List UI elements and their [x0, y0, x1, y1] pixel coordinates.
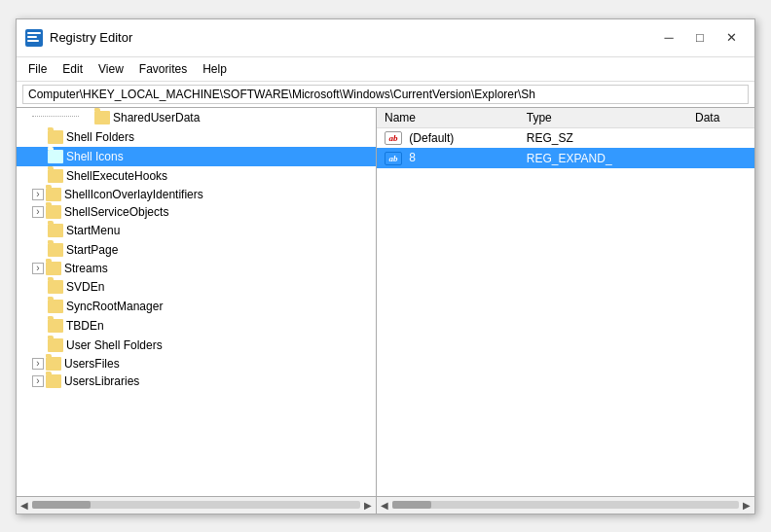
- tree-label-shelliconoverlayidentifiers: ShellIconOverlayIdentifiers: [64, 188, 203, 201]
- folder-icon-usershellfolders: [48, 338, 63, 352]
- folder-icon-shellserviceobjects: [46, 205, 61, 219]
- tree-label-shellicons: Shell Icons: [66, 150, 124, 163]
- bottom-scroll-area: ◀ ▶ ◀ ▶: [17, 496, 754, 514]
- detail-pane: Name Type Data ab (Default) REG_SZ: [377, 108, 754, 496]
- expand-none-usershellfolders: [32, 337, 48, 353]
- tree-item-shareduserdata[interactable]: SharedUserData: [17, 108, 376, 127]
- scroll-left-pane: ◀ ▶: [17, 497, 377, 514]
- expand-btn-usersfiles[interactable]: ›: [32, 358, 44, 370]
- row-name-default: ab (Default): [377, 127, 519, 148]
- table-row[interactable]: ab 8 REG_EXPAND_: [377, 148, 754, 168]
- folder-icon-shellfolders: [48, 130, 63, 144]
- tree-label-startpage: StartPage: [66, 243, 118, 257]
- tree-label-shareduserdata: SharedUserData: [113, 111, 200, 124]
- tree-label-startmenu: StartMenu: [66, 224, 120, 237]
- tree-item-svden[interactable]: SVDEn: [17, 277, 376, 297]
- svg-rect-3: [27, 40, 39, 42]
- scroll-left-arrow[interactable]: ◀: [20, 500, 28, 511]
- tree-item-streams[interactable]: › Streams: [17, 260, 376, 277]
- menu-help[interactable]: Help: [195, 59, 235, 79]
- col-type: Type: [519, 108, 687, 128]
- expand-none-shellexecutehooks: [32, 168, 48, 184]
- expand-none-startmenu: [32, 223, 48, 238]
- folder-icon-syncrootmanager: [48, 300, 63, 313]
- detail-table: Name Type Data ab (Default) REG_SZ: [377, 108, 754, 169]
- tree-label-syncrootmanager: SyncRootManager: [66, 300, 163, 313]
- row-type-default: REG_SZ: [519, 127, 687, 148]
- expand-none-shellicons: [32, 149, 48, 164]
- detail-scrollbar-track[interactable]: [392, 501, 739, 509]
- detail-scroll-right-arrow[interactable]: ▶: [743, 500, 751, 511]
- title-bar: Registry Editor ─ □ ✕: [17, 19, 754, 57]
- expand-none-shareduserdata: [79, 110, 94, 125]
- tree-label-usershellfolders: User Shell Folders: [66, 338, 163, 352]
- tree-item-shellserviceobjects[interactable]: › ShellServiceObjects: [17, 203, 376, 221]
- address-input[interactable]: [22, 85, 749, 104]
- tree-label-svden: SVDEn: [66, 280, 104, 294]
- tree-item-shellicons[interactable]: Shell Icons: [17, 147, 376, 166]
- expand-btn-shellserviceobjects[interactable]: ›: [32, 206, 44, 218]
- maximize-button[interactable]: □: [684, 25, 716, 51]
- tree-item-shellfolders[interactable]: Shell Folders: [17, 127, 376, 147]
- scroll-right-arrow[interactable]: ▶: [364, 500, 372, 511]
- window-title: Registry Editor: [50, 30, 653, 45]
- folder-icon-streams: [46, 262, 61, 275]
- registry-icon-svg: [25, 29, 43, 47]
- registry-editor-window: Registry Editor ─ □ ✕ File Edit View Fav…: [16, 18, 755, 514]
- row-data-8: [687, 148, 754, 168]
- table-row[interactable]: ab (Default) REG_SZ: [377, 127, 754, 148]
- tree-label-shellserviceobjects: ShellServiceObjects: [64, 205, 168, 219]
- tree-item-startmenu[interactable]: StartMenu: [17, 221, 376, 240]
- detail-scrollbar-thumb[interactable]: [392, 501, 431, 509]
- window-controls: ─ □ ✕: [653, 25, 747, 51]
- tree-scrollbar-track[interactable]: [32, 501, 360, 509]
- col-name: Name: [377, 108, 519, 128]
- svg-rect-1: [27, 32, 41, 34]
- row-type-8: REG_EXPAND_: [519, 148, 687, 168]
- minimize-button[interactable]: ─: [653, 25, 684, 51]
- reg-icon-ab-blue: ab: [385, 152, 402, 165]
- folder-icon-shelliconoverlayidentifiers: [46, 188, 61, 201]
- reg-icon-ab: ab: [385, 131, 402, 145]
- tree-item-userslibraries[interactable]: › UsersLibraries: [17, 372, 376, 390]
- app-icon: [24, 28, 44, 48]
- tree-item-syncrootmanager[interactable]: SyncRootManager: [17, 297, 376, 316]
- menu-file[interactable]: File: [20, 59, 55, 79]
- close-button[interactable]: ✕: [716, 25, 747, 51]
- folder-icon-tbden: [48, 319, 63, 333]
- tree-label-usersfiles: UsersFiles: [64, 357, 120, 371]
- address-bar: [17, 82, 754, 108]
- detail-scroll-left-arrow[interactable]: ◀: [381, 500, 388, 511]
- expand-btn-streams[interactable]: ›: [32, 263, 44, 274]
- expand-none-syncrootmanager: [32, 299, 48, 314]
- tree-pane[interactable]: SharedUserData Shell Folders Shell Icons…: [17, 108, 377, 496]
- row-name-8: ab 8: [377, 148, 519, 168]
- folder-icon-userslibraries: [46, 374, 61, 388]
- tree-label-tbden: TBDEn: [66, 319, 104, 333]
- expand-btn-shelliconoverlayidentifiers[interactable]: ›: [32, 189, 44, 200]
- tree-label-shellexecutehooks: ShellExecuteHooks: [66, 169, 167, 183]
- tree-item-tbden[interactable]: TBDEn: [17, 316, 376, 336]
- tree-item-usersfiles[interactable]: › UsersFiles: [17, 355, 376, 372]
- tree-label-streams: Streams: [64, 262, 108, 275]
- tree-item-startpage[interactable]: StartPage: [17, 240, 376, 260]
- folder-icon-svden: [48, 280, 63, 294]
- folder-icon-startpage: [48, 243, 63, 257]
- folder-icon-shellexecutehooks: [48, 169, 63, 183]
- tree-scrollbar-thumb[interactable]: [32, 501, 91, 509]
- tree-item-shelliconoverlayidentifiers[interactable]: › ShellIconOverlayIdentifiers: [17, 186, 376, 203]
- expand-btn-userslibraries[interactable]: ›: [32, 375, 44, 387]
- row-data-default: [687, 127, 754, 148]
- col-data: Data: [687, 108, 754, 128]
- folder-icon-startmenu: [48, 224, 63, 237]
- menu-view[interactable]: View: [91, 59, 131, 79]
- tree-label-userslibraries: UsersLibraries: [64, 374, 139, 388]
- folder-icon-usersfiles: [46, 357, 61, 371]
- menu-edit[interactable]: Edit: [55, 59, 91, 79]
- tree-item-shellexecutehooks[interactable]: ShellExecuteHooks: [17, 166, 376, 186]
- expand-none-shellfolders: [32, 129, 48, 145]
- expand-none-svden: [32, 279, 48, 295]
- folder-icon-shareduserdata: [94, 111, 110, 124]
- tree-item-usershellfolders[interactable]: User Shell Folders: [17, 336, 376, 355]
- menu-favorites[interactable]: Favorites: [131, 59, 195, 79]
